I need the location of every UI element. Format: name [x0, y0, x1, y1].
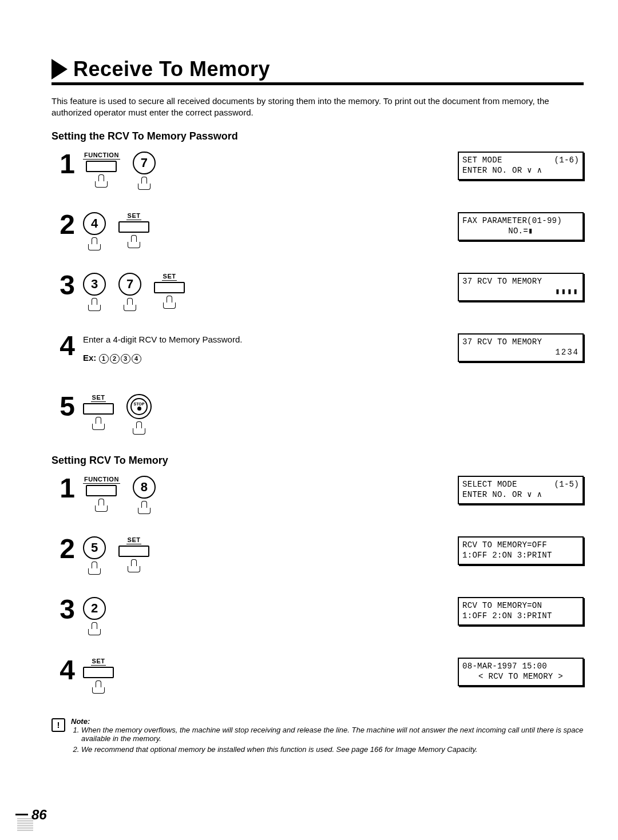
step-number: 1	[52, 475, 83, 502]
title-row: Receive To Memory	[52, 57, 584, 81]
lcd-display: RCV TO MEMORY=ON 1:OFF 2:ON 3:PRINT	[458, 597, 584, 626]
press-icon	[161, 296, 178, 308]
step-number: 5	[52, 393, 83, 420]
triangle-icon	[52, 59, 68, 79]
step-row: 3 2 RCV TO MEMORY=ON 1:OFF 2:ON 3:PRINT	[52, 596, 584, 636]
step-row: 5 SET STOP	[52, 393, 584, 434]
function-key: FUNCTION	[83, 152, 120, 187]
digit-key-7: 7	[133, 152, 156, 189]
step-number: 2	[52, 211, 83, 238]
digit-key-4: 4	[83, 212, 106, 250]
lcd-display: SET MODE(1-6) ENTER NO. OR ∨ ∧	[458, 152, 584, 180]
press-icon	[136, 501, 153, 513]
lcd-display: 37 RCV TO MEMORY 1234	[458, 333, 584, 362]
note-item: When the memory overflows, the machine w…	[81, 726, 584, 743]
lcd-display: SELECT MODE(1-5) ENTER NO. OR ∨ ∧	[458, 476, 584, 504]
step-row: 4 SET 08-MAR-1997 15:00 < RCV TO MEMORY …	[52, 656, 584, 696]
digit-key-2: 2	[83, 597, 106, 635]
step-keys: 4 SET	[83, 211, 458, 251]
step-keys: 5 SET	[83, 535, 458, 575]
page-number: 86	[31, 807, 47, 823]
step-number: 4	[52, 656, 83, 684]
digit-key-3: 3	[83, 273, 106, 310]
section-a-steps: 1 FUNCTION 7 SET MODE(1-6) ENTER NO. OR …	[52, 150, 584, 434]
step-number: 2	[52, 535, 83, 563]
set-key: SET	[83, 658, 114, 693]
step-row: 1 FUNCTION 7 SET MODE(1-6) ENTER NO. OR …	[52, 150, 584, 190]
intro-text: This feature is used to secure all recei…	[52, 95, 584, 119]
note-icon: !	[52, 718, 65, 732]
page-title: Receive To Memory	[73, 57, 270, 81]
set-key: SET	[83, 394, 114, 429]
step-number: 1	[52, 150, 83, 178]
step-instruction: Enter a 4-digit RCV to Memory Password. …	[83, 333, 242, 365]
note-body: Note: When the memory overflows, the mac…	[71, 717, 584, 756]
step-keys: FUNCTION 8	[83, 475, 458, 515]
thumb-tab-icon	[17, 817, 33, 831]
step-row: 1 FUNCTION 8 SELECT MODE(1-5) ENTER NO. …	[52, 475, 584, 515]
press-icon	[125, 559, 142, 572]
function-key: FUNCTION	[83, 476, 120, 511]
press-icon	[121, 298, 138, 310]
section-b-heading: Setting RCV To Memory	[52, 455, 584, 467]
section-b-steps: 1 FUNCTION 8 SELECT MODE(1-5) ENTER NO. …	[52, 475, 584, 696]
title-underline	[52, 82, 584, 85]
step-row: 2 5 SET RCV TO MEMORY=OFF 1:OFF 2:ON 3:P…	[52, 535, 584, 575]
digit-key-5: 5	[83, 536, 106, 574]
press-icon	[86, 622, 103, 635]
press-icon	[125, 235, 142, 248]
example-line: Ex: 1234	[83, 352, 242, 365]
manual-page: Receive To Memory This feature is used t…	[52, 57, 584, 756]
press-icon	[90, 417, 107, 429]
step-keys: FUNCTION 7	[83, 150, 458, 190]
lcd-display: 37 RCV TO MEMORY ▮▮▮▮	[458, 273, 584, 301]
press-icon	[86, 562, 103, 574]
step-number: 4	[52, 332, 83, 360]
step-row: 3 3 7 SET 37 RCV TO MEMORY ▮▮▮▮	[52, 272, 584, 312]
stop-key: STOP	[126, 394, 152, 434]
step-keys: 3 7 SET	[83, 272, 458, 312]
lcd-display: FAX PARAMETER(01-99) NO.=▮	[458, 212, 584, 241]
press-icon	[86, 298, 103, 310]
note-list: When the memory overflows, the machine w…	[81, 726, 584, 754]
press-icon	[90, 680, 107, 693]
press-icon	[130, 421, 148, 434]
press-icon	[93, 174, 110, 187]
set-key: SET	[118, 212, 149, 248]
press-icon	[136, 177, 153, 189]
press-icon	[93, 499, 110, 511]
section-a-heading: Setting the RCV To Memory Password	[52, 130, 584, 142]
step-keys: Enter a 4-digit RCV to Memory Password. …	[83, 332, 458, 372]
step-row: 2 4 SET FAX PARAMETER(01-99) NO.=▮	[52, 211, 584, 251]
set-key: SET	[118, 536, 149, 572]
step-keys: SET	[83, 656, 458, 696]
lcd-display: 08-MAR-1997 15:00 < RCV TO MEMORY >	[458, 658, 584, 686]
note-label: Note:	[71, 717, 90, 726]
set-key: SET	[154, 273, 185, 308]
digit-key-7: 7	[118, 273, 141, 310]
step-number: 3	[52, 272, 83, 299]
press-icon	[86, 237, 103, 250]
note-block: ! Note: When the memory overflows, the m…	[52, 717, 584, 756]
step-row: 4 Enter a 4-digit RCV to Memory Password…	[52, 332, 584, 372]
step-number: 3	[52, 596, 83, 623]
lcd-display: RCV TO MEMORY=OFF 1:OFF 2:ON 3:PRINT	[458, 536, 584, 565]
step-keys: SET STOP	[83, 393, 584, 434]
step-keys: 2	[83, 596, 458, 636]
note-item: We recommend that optional memory be ins…	[81, 745, 584, 754]
digit-key-8: 8	[133, 476, 156, 513]
